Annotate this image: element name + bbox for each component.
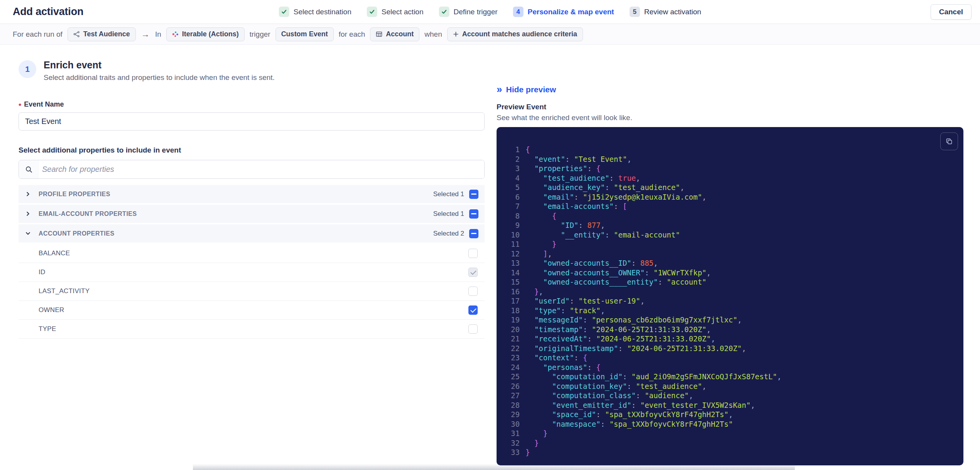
property-row-last-activity: LAST_ACTIVITY bbox=[19, 282, 485, 301]
chip-label: Test Audience bbox=[83, 30, 130, 38]
code-line: 25 "computation_id": "aud_2iO9m2gSFmJNXC… bbox=[504, 372, 956, 382]
step-select-action[interactable]: Select action bbox=[367, 7, 424, 17]
line-number: 33 bbox=[504, 448, 520, 457]
code-line: 9 "ID": 877, bbox=[504, 221, 956, 230]
chip-iterable-actions[interactable]: Iterable (Actions) bbox=[166, 27, 245, 41]
chip-test-audience[interactable]: Test Audience bbox=[68, 27, 136, 41]
step-personalize-map-event[interactable]: 4Personalize & map event bbox=[513, 7, 614, 17]
code-line: 33} bbox=[504, 448, 956, 457]
property-checkbox-balance[interactable] bbox=[468, 249, 478, 258]
line-number: 16 bbox=[504, 287, 520, 297]
group-label: EMAIL-ACCOUNT PROPERTIES bbox=[39, 210, 137, 217]
line-number: 30 bbox=[504, 419, 520, 429]
cancel-button[interactable]: Cancel bbox=[931, 4, 972, 20]
code-line: 22 "originalTimestamp": "2024-06-25T21:3… bbox=[504, 344, 956, 353]
code-line: 6 "email": "j15i2ysedp@k1euxaIVia.com", bbox=[504, 192, 956, 202]
line-number: 32 bbox=[504, 438, 520, 448]
sentence-text: trigger bbox=[250, 30, 270, 39]
chip-label: Account matches audience criteria bbox=[462, 30, 577, 38]
line-number: 29 bbox=[504, 410, 520, 419]
group-selection-info: Selected 1 bbox=[433, 209, 478, 219]
property-row-id: ID bbox=[19, 263, 485, 282]
selected-count: Selected 1 bbox=[433, 210, 464, 218]
chip-account-matches-audience-criteria[interactable]: Account matches audience criteria bbox=[447, 27, 583, 41]
group-checkbox-profile-properties[interactable] bbox=[469, 190, 478, 199]
group-header-email-account-properties[interactable]: EMAIL-ACCOUNT PROPERTIESSelected 1 bbox=[19, 205, 485, 223]
code-line: 29 "space_id": "spa_tXXbfoyvCkY8rF47ghH2… bbox=[504, 410, 956, 419]
copy-button[interactable] bbox=[940, 132, 958, 150]
step-label: Review activation bbox=[644, 8, 701, 16]
step-label: Personalize & map event bbox=[528, 8, 614, 16]
selected-count: Selected 2 bbox=[433, 230, 464, 238]
code-line: 32 } bbox=[504, 438, 956, 448]
group-selection-info: Selected 1 bbox=[433, 190, 478, 199]
property-checkbox-owner[interactable] bbox=[468, 305, 478, 315]
chevron-down-icon bbox=[25, 231, 36, 236]
arrow-right-icon: → bbox=[141, 29, 150, 39]
code-line: 4 "test_audience": true, bbox=[504, 173, 956, 183]
code-line: 24 "personas": { bbox=[504, 363, 956, 372]
line-number: 7 bbox=[504, 202, 520, 211]
preview-title: Preview Event bbox=[497, 103, 963, 111]
line-number: 4 bbox=[504, 173, 520, 183]
line-number: 18 bbox=[504, 306, 520, 316]
line-number: 15 bbox=[504, 277, 520, 287]
step-define-trigger[interactable]: Define trigger bbox=[439, 7, 498, 17]
step-review-activation[interactable]: 5Review activation bbox=[629, 7, 701, 17]
code-line: 15 "owned-accounts____entity": "account" bbox=[504, 277, 956, 287]
enrich-event-section: 1 Enrich event Select additional traits … bbox=[19, 59, 485, 465]
property-label: TYPE bbox=[39, 325, 56, 333]
line-number: 14 bbox=[504, 268, 520, 278]
search-input[interactable] bbox=[39, 160, 484, 178]
code-line: 23 "context": { bbox=[504, 353, 956, 363]
code-line: 3 "properties": { bbox=[504, 164, 956, 173]
required-marker: • bbox=[19, 100, 21, 109]
iterable-icon bbox=[172, 31, 179, 37]
property-label: BALANCE bbox=[39, 249, 70, 257]
step-check-icon bbox=[279, 7, 289, 17]
line-number: 8 bbox=[504, 211, 520, 221]
property-label: LAST_ACTIVITY bbox=[39, 287, 90, 295]
group-header-account-properties[interactable]: ACCOUNT PROPERTIESSelected 2 bbox=[19, 224, 485, 243]
chip-account[interactable]: Account bbox=[370, 27, 419, 41]
line-number: 25 bbox=[504, 372, 520, 382]
sentence-text: for each bbox=[339, 30, 365, 39]
code-line: 2 "event": "Test Event", bbox=[504, 154, 956, 164]
chevron-right-icon bbox=[25, 192, 36, 197]
group-checkbox-account-properties[interactable] bbox=[469, 229, 478, 238]
property-checkbox-last-activity[interactable] bbox=[468, 287, 478, 296]
code-line: 26 "computation_key": "test_audience", bbox=[504, 382, 956, 391]
audience-icon bbox=[73, 31, 80, 37]
property-checkbox-type[interactable] bbox=[468, 324, 478, 334]
property-checkbox-id[interactable] bbox=[468, 268, 478, 277]
sentence-text: For each run of bbox=[13, 30, 63, 39]
line-number: 3 bbox=[504, 164, 520, 173]
property-search-box[interactable] bbox=[19, 160, 485, 179]
line-number: 24 bbox=[504, 363, 520, 372]
property-row-balance: BALANCE bbox=[19, 244, 485, 263]
code-line: 30 "namespace": "spa_tXXbfoyvCkY8rF47ghH… bbox=[504, 419, 956, 429]
line-number: 27 bbox=[504, 391, 520, 400]
property-groups: PROFILE PROPERTIESSelected 1EMAIL-ACCOUN… bbox=[19, 185, 485, 339]
hide-preview-button[interactable]: » Hide preview bbox=[497, 85, 556, 94]
line-number: 1 bbox=[504, 145, 520, 154]
top-bar: Add activation Select destinationSelect … bbox=[0, 0, 980, 24]
step-label: Select destination bbox=[294, 8, 351, 16]
code-line: 1{ bbox=[504, 145, 956, 154]
step-select-destination[interactable]: Select destination bbox=[279, 7, 351, 17]
preview-section: » Hide preview Preview Event See what th… bbox=[497, 59, 963, 465]
event-name-input[interactable] bbox=[19, 112, 485, 131]
code-line: 19 "messageId": "personas_cb6zdbo6im9g7x… bbox=[504, 315, 956, 325]
property-row-owner: OWNER bbox=[19, 301, 485, 320]
chip-custom-event[interactable]: Custom Event bbox=[275, 27, 334, 41]
line-number: 13 bbox=[504, 258, 520, 268]
group-header-profile-properties[interactable]: PROFILE PROPERTIESSelected 1 bbox=[19, 185, 485, 203]
group-checkbox-email-account-properties[interactable] bbox=[469, 209, 478, 219]
line-number: 23 bbox=[504, 353, 520, 363]
line-number: 5 bbox=[504, 183, 520, 192]
property-label: OWNER bbox=[39, 306, 64, 314]
code-block: 1{2 "event": "Test Event",3 "properties"… bbox=[497, 127, 963, 457]
code-line: 20 "timestamp": "2024-06-25T21:31:33.020… bbox=[504, 325, 956, 334]
selected-count: Selected 1 bbox=[433, 190, 464, 198]
copy-icon bbox=[945, 137, 953, 145]
